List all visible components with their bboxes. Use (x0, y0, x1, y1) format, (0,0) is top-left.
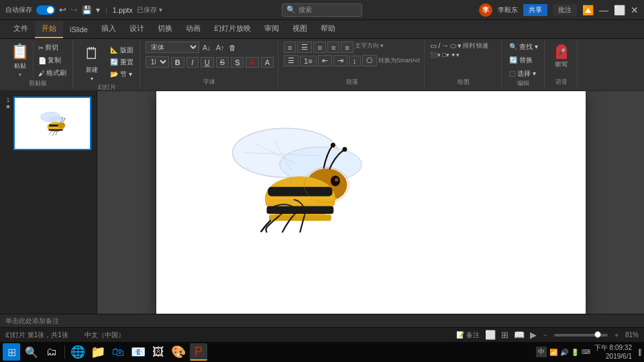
volume-icon[interactable]: 🔊 (560, 349, 568, 356)
ribbon-toggle-icon[interactable]: 🔼 (582, 5, 594, 15)
shape-fill-button[interactable]: ⬛▾ (430, 52, 441, 58)
zoom-out-icon[interactable]: － (542, 330, 549, 340)
tab-islide[interactable]: iSlide (63, 23, 95, 38)
comment-button[interactable]: 批注 (553, 4, 577, 16)
font-size-increase-icon[interactable]: A↑ (215, 44, 226, 52)
tab-home[interactable]: 开始 (35, 21, 63, 38)
align-right-button[interactable]: ≡ (313, 42, 325, 53)
shape-effects-button[interactable]: ✦▾ (451, 52, 460, 58)
line-spacing-button[interactable]: ↕ (349, 56, 361, 66)
notes-icon[interactable]: 📝 备注 (456, 330, 480, 340)
search-taskbar-button[interactable]: 🔍 (23, 343, 40, 361)
select-button[interactable]: ⬚ 选择 ▾ (507, 68, 540, 79)
decrease-indent-button[interactable]: ⇤ (318, 55, 332, 66)
taskview-button[interactable]: 🗂 (43, 343, 60, 361)
show-desktop-button[interactable]: | (639, 349, 641, 356)
format-painter-button[interactable]: 🖌格式刷 (36, 68, 68, 78)
copy-button[interactable]: 📄复制 (36, 55, 68, 66)
bold-button[interactable]: B (171, 57, 184, 68)
font-group: 宋体 A↓ A↑ 🗑 18 B I U S S A A 字体 (142, 40, 278, 89)
network-icon[interactable]: 📶 (549, 349, 557, 356)
start-button[interactable]: ⊞ (3, 343, 20, 361)
justify-button[interactable]: ≡ (327, 42, 339, 53)
edge-icon[interactable]: 🌐 (69, 343, 87, 361)
shadow-button[interactable]: S (231, 57, 244, 68)
minimize-icon[interactable]: — (599, 5, 608, 15)
tab-insert[interactable]: 插入 (95, 21, 123, 38)
font-size-select[interactable]: 18 (146, 56, 169, 68)
search-box[interactable]: 🔍 搜索 (282, 3, 362, 17)
svg-rect-31 (269, 215, 331, 216)
reset-button[interactable]: 🔄 重置 (108, 57, 136, 68)
share-button[interactable]: 共享 (523, 4, 547, 16)
find-button[interactable]: 🔍 查找 ▾ (507, 42, 540, 52)
font-color-button[interactable]: A (246, 57, 258, 68)
tab-animations[interactable]: 动画 (179, 21, 207, 38)
quick-styles-button[interactable]: 快速 (476, 42, 488, 50)
layout-button[interactable]: 📐 版面 (108, 45, 136, 56)
font-highlight-button[interactable]: A (261, 57, 274, 68)
paste-button[interactable]: 📋 粘贴 ▾ (7, 42, 34, 79)
cut-button[interactable]: ✂剪切 (36, 42, 68, 53)
store-icon[interactable]: 🛍 (109, 343, 127, 361)
tab-slideshow[interactable]: 幻灯片放映 (207, 21, 258, 38)
save-icon[interactable]: 💾 (82, 5, 92, 15)
bullets-button[interactable]: ☰ (284, 55, 299, 66)
slide-item-1[interactable]: 1 ★ (5, 97, 91, 150)
new-slide-button[interactable]: 🗒 新建 ▾ (78, 42, 105, 83)
align-left-button[interactable]: ≡ (284, 42, 296, 53)
font-name-select[interactable]: 宋体 (146, 42, 199, 53)
distribute-button[interactable]: ≡ (341, 42, 353, 53)
keyboard-icon[interactable]: ⌨ (582, 349, 590, 355)
maximize-icon[interactable]: ⬜ (614, 5, 625, 15)
underline-button[interactable]: U (201, 57, 214, 68)
undo-icon[interactable]: ↩ (59, 5, 66, 15)
columns-button[interactable]: ⎔ (362, 55, 377, 66)
battery-icon[interactable]: 🔋 (571, 349, 579, 356)
convert-to-smartart-label[interactable]: 转换为SmartArt (378, 56, 421, 65)
mail-icon[interactable]: 📧 (129, 343, 147, 361)
close-icon[interactable]: ✕ (631, 5, 639, 15)
slide-sorter-icon[interactable]: ⊞ (501, 330, 508, 340)
paint-icon[interactable]: 🎨 (170, 343, 187, 361)
tab-view[interactable]: 视图 (286, 21, 314, 38)
slideshow-icon[interactable]: ▶ (530, 330, 537, 340)
redo-icon[interactable]: ↪ (70, 5, 78, 15)
explorer-icon[interactable]: 📁 (89, 343, 107, 361)
align-center-button[interactable]: ☰ (297, 42, 312, 53)
tab-review[interactable]: 审阅 (258, 21, 286, 38)
customize-icon[interactable]: ▾ (96, 5, 100, 15)
increase-indent-button[interactable]: ⇥ (333, 55, 347, 66)
italic-button[interactable]: I (186, 57, 199, 68)
clear-format-icon[interactable]: 🗑 (227, 44, 237, 52)
section-button[interactable]: 📂 节 ▾ (108, 69, 136, 80)
tab-transitions[interactable]: 切换 (151, 21, 179, 38)
arrange-button[interactable]: 排列 (463, 42, 475, 50)
zoom-in-icon[interactable]: ＋ (613, 330, 620, 340)
slide-canvas[interactable] (156, 91, 586, 314)
tab-design[interactable]: 设计 (123, 21, 151, 38)
more-shapes-icon[interactable]: ▾ (458, 42, 462, 50)
text-direction-label[interactable]: 文字方向 ▾ (355, 42, 384, 53)
tab-file[interactable]: 文件 (7, 21, 35, 38)
font-size-decrease-icon[interactable]: A↓ (201, 44, 213, 52)
replace-button[interactable]: 🔄 替换 (507, 55, 540, 66)
reading-view-icon[interactable]: 📖 (514, 330, 525, 340)
zoom-slider[interactable] (554, 334, 608, 337)
tab-help[interactable]: 帮助 (314, 21, 342, 38)
oval-shape-icon[interactable]: ⬭ (450, 42, 456, 50)
autosave-toggle[interactable] (36, 5, 55, 15)
slide-thumbnail-1[interactable] (13, 97, 91, 150)
line-shape-icon[interactable]: / (438, 42, 440, 50)
svg-rect-5 (49, 129, 63, 130)
strikethrough-button[interactable]: S (216, 57, 229, 68)
powerpoint-icon[interactable]: P (190, 343, 207, 361)
numbering-button[interactable]: 1≡ (300, 56, 317, 66)
shape-outline-button[interactable]: □▾ (442, 52, 449, 58)
photos-icon[interactable]: 🖼 (150, 343, 167, 361)
arrow-shape-icon[interactable]: → (441, 42, 449, 50)
notes-bar[interactable]: 单击此处添加备注 (0, 314, 644, 327)
normal-view-icon[interactable]: ⬜ (485, 330, 496, 340)
dictate-button[interactable]: 🎤 听写 (550, 42, 573, 72)
rect-shape-icon[interactable]: ▭ (430, 42, 437, 50)
